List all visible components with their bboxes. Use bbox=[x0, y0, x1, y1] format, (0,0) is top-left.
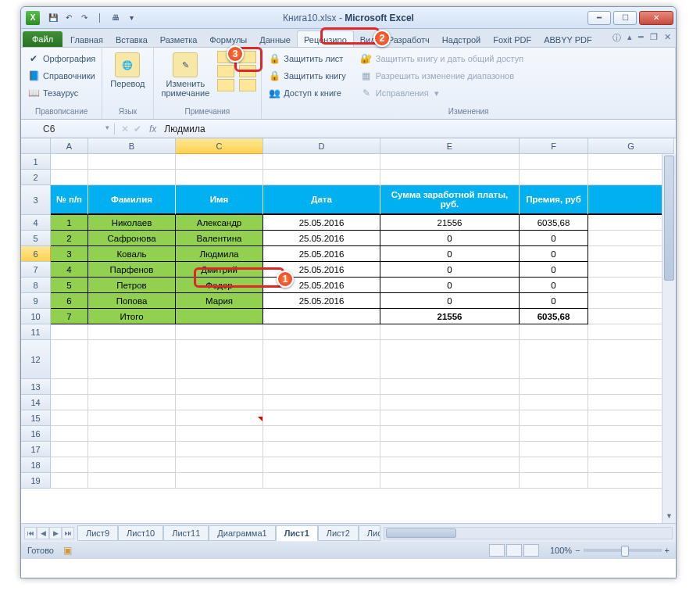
protect-share-button[interactable]: 🔐Защитить книгу и дать общий доступ bbox=[359, 51, 525, 66]
cell-F8[interactable]: 0 bbox=[520, 278, 588, 293]
row-header-6[interactable]: 6 bbox=[21, 246, 51, 262]
cell-C18[interactable] bbox=[176, 457, 263, 473]
cell-F16[interactable] bbox=[520, 426, 588, 442]
cell-B18[interactable] bbox=[88, 457, 176, 473]
cell-C2[interactable] bbox=[176, 170, 263, 185]
print-icon[interactable]: 🖶 bbox=[109, 11, 123, 25]
cell-B19[interactable] bbox=[88, 473, 176, 489]
cell-A10[interactable]: 7 bbox=[51, 309, 88, 324]
mdi-close-icon[interactable]: ✕ bbox=[664, 32, 671, 44]
fx-icon[interactable]: fx bbox=[149, 124, 156, 134]
close-button[interactable]: ✕ bbox=[639, 11, 673, 25]
cell-C13[interactable] bbox=[176, 379, 263, 395]
cell-B1[interactable] bbox=[88, 154, 176, 170]
cell-D6[interactable]: 25.05.2016 bbox=[263, 246, 380, 262]
cell-F3[interactable]: Премия, руб bbox=[520, 185, 588, 215]
cell-B16[interactable] bbox=[88, 426, 176, 442]
cell-A3[interactable]: № п/п bbox=[51, 185, 88, 215]
row-header-13[interactable]: 13 bbox=[21, 379, 51, 395]
cell-B14[interactable] bbox=[88, 395, 176, 410]
cell-A6[interactable]: 3 bbox=[51, 246, 88, 262]
page-break-view-button[interactable] bbox=[523, 544, 539, 557]
tab-file[interactable]: Файл bbox=[23, 31, 62, 47]
col-header-C[interactable]: C bbox=[176, 138, 263, 154]
row-header-7[interactable]: 7 bbox=[21, 262, 51, 278]
tab-рецензирование[interactable]: Рецензиро bbox=[297, 30, 354, 47]
cell-C10[interactable] bbox=[176, 309, 263, 324]
row-header-4[interactable]: 4 bbox=[21, 215, 51, 231]
maximize-button[interactable]: ☐ bbox=[613, 11, 637, 25]
sheet-first-icon[interactable]: ⏮ bbox=[24, 527, 37, 539]
cell-A5[interactable]: 2 bbox=[51, 231, 88, 246]
cell-E6[interactable]: 0 bbox=[380, 246, 520, 262]
cell-C5[interactable]: Валентина bbox=[176, 231, 263, 246]
hscroll-thumb[interactable] bbox=[386, 528, 456, 538]
cell-C16[interactable] bbox=[176, 426, 263, 442]
cell-F10[interactable]: 6035,68 bbox=[520, 309, 588, 324]
track-changes-button[interactable]: ✎Исправления ▾ bbox=[359, 85, 525, 101]
col-header-E[interactable]: E bbox=[380, 138, 520, 154]
cell-E18[interactable] bbox=[380, 457, 520, 473]
cell-E2[interactable] bbox=[380, 170, 520, 185]
cell-D9[interactable]: 25.05.2016 bbox=[263, 293, 380, 309]
cell-B6[interactable]: Коваль bbox=[88, 246, 176, 262]
prev-comment-button[interactable] bbox=[217, 65, 234, 77]
col-header-F[interactable]: F bbox=[520, 138, 588, 154]
cell-F19[interactable] bbox=[520, 473, 588, 489]
cell-E5[interactable]: 0 bbox=[380, 231, 520, 246]
cell-A2[interactable] bbox=[51, 170, 88, 185]
cell-A18[interactable] bbox=[51, 457, 88, 473]
tab-вставка[interactable]: Вставка bbox=[109, 31, 154, 47]
cell-A15[interactable] bbox=[51, 410, 88, 426]
cell-B2[interactable] bbox=[88, 170, 176, 185]
cell-D4[interactable]: 25.05.2016 bbox=[263, 215, 380, 231]
cell-A17[interactable] bbox=[51, 442, 88, 457]
tab-формулы[interactable]: Формулы bbox=[203, 31, 253, 47]
cell-A19[interactable] bbox=[51, 473, 88, 489]
sheet-tab-Лист3[interactable]: Лист3 bbox=[359, 525, 380, 541]
cell-C9[interactable]: Мария bbox=[176, 293, 263, 309]
scroll-down-icon[interactable]: ▼ bbox=[662, 509, 676, 523]
row-header-15[interactable]: 15 bbox=[21, 410, 51, 426]
sheet-tab-Лист9[interactable]: Лист9 bbox=[77, 525, 118, 541]
cell-C7[interactable]: Дмитрий bbox=[176, 262, 263, 278]
cell-F2[interactable] bbox=[520, 170, 588, 185]
cell-F11[interactable] bbox=[520, 324, 588, 340]
translate-button[interactable]: 🌐 Перевод bbox=[107, 51, 148, 90]
cell-C12[interactable] bbox=[176, 340, 263, 379]
undo-icon[interactable]: ↶ bbox=[62, 11, 76, 25]
cell-A9[interactable]: 6 bbox=[51, 293, 88, 309]
cell-D19[interactable] bbox=[263, 473, 380, 489]
zoom-out-button[interactable]: − bbox=[575, 546, 580, 555]
sheet-tab-Диаграмма1[interactable]: Диаграмма1 bbox=[209, 525, 275, 541]
col-header-D[interactable]: D bbox=[263, 138, 380, 154]
cell-E12[interactable] bbox=[380, 340, 520, 379]
cell-F17[interactable] bbox=[520, 442, 588, 457]
cell-A14[interactable] bbox=[51, 395, 88, 410]
cell-F12[interactable] bbox=[520, 340, 588, 379]
cell-B9[interactable]: Попова bbox=[88, 293, 176, 309]
cell-E3[interactable]: Сумма заработной платы, руб. bbox=[380, 185, 520, 215]
cell-B12[interactable] bbox=[88, 340, 176, 379]
cell-C15[interactable] bbox=[176, 410, 263, 426]
cell-D2[interactable] bbox=[263, 170, 380, 185]
tab-данные[interactable]: Данные bbox=[253, 31, 297, 47]
cell-F14[interactable] bbox=[520, 395, 588, 410]
cell-D18[interactable] bbox=[263, 457, 380, 473]
sheet-tab-Лист11[interactable]: Лист11 bbox=[163, 525, 209, 541]
cell-D17[interactable] bbox=[263, 442, 380, 457]
cell-B15[interactable] bbox=[88, 410, 176, 426]
cell-C1[interactable] bbox=[176, 154, 263, 170]
cell-B7[interactable]: Парфенов bbox=[88, 262, 176, 278]
cell-E9[interactable]: 0 bbox=[380, 293, 520, 309]
cell-F7[interactable]: 0 bbox=[520, 262, 588, 278]
allow-ranges-button[interactable]: ▦Разрешить изменение диапазонов bbox=[359, 68, 525, 84]
row-header-5[interactable]: 5 bbox=[21, 231, 51, 246]
tab-foxit pdf[interactable]: Foxit PDF bbox=[487, 31, 538, 47]
show-all-comments-button[interactable] bbox=[239, 65, 256, 77]
cell-A12[interactable] bbox=[51, 340, 88, 379]
row-header-17[interactable]: 17 bbox=[21, 442, 51, 457]
cell-E4[interactable]: 21556 bbox=[380, 215, 520, 231]
cell-C8[interactable]: Федор bbox=[176, 278, 263, 293]
cell-F15[interactable] bbox=[520, 410, 588, 426]
